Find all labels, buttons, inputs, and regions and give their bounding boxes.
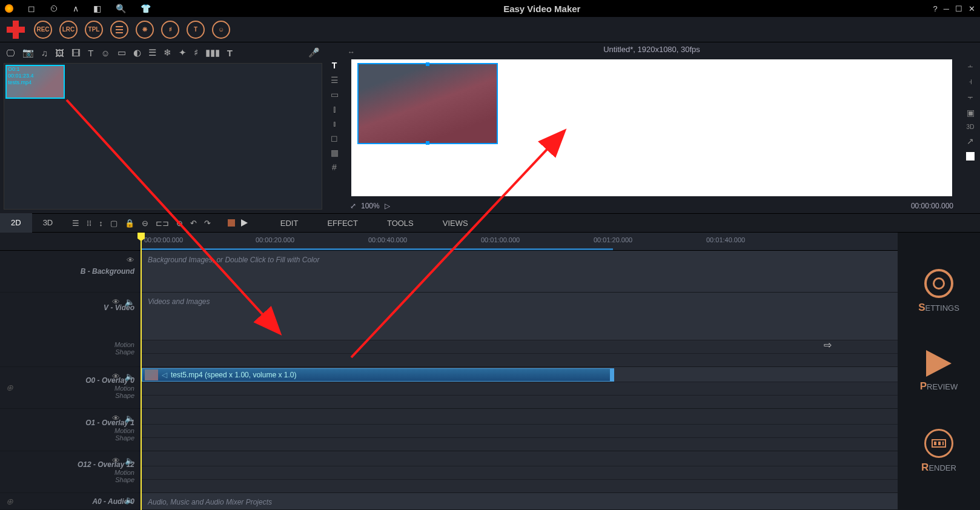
timeline-ruler[interactable]: 00:00:00.000 00:00:20.000 00:00:40.000 0… bbox=[0, 233, 898, 251]
list2-icon[interactable]: ☰ bbox=[148, 47, 156, 58]
updown-icon[interactable]: ↕ bbox=[99, 219, 103, 228]
snow-icon[interactable]: ❄ bbox=[164, 47, 171, 58]
add-track-icon[interactable]: ⊕ bbox=[6, 497, 13, 506]
text-icon[interactable]: T bbox=[88, 48, 93, 58]
tpl-button[interactable]: TPL bbox=[85, 21, 103, 39]
visibility-icon[interactable]: 👁 bbox=[112, 372, 120, 381]
bars-icon[interactable]: ▮▮▮ bbox=[205, 47, 220, 58]
shirt-icon[interactable]: 👕 bbox=[141, 4, 151, 13]
minimize-icon[interactable]: ─ bbox=[944, 4, 949, 13]
mic-icon[interactable]: 🎤 bbox=[308, 47, 320, 58]
grid-view-icon[interactable]: ⁞⁞ bbox=[87, 219, 91, 228]
camera-icon[interactable]: 📷 bbox=[22, 47, 34, 58]
align-h-icon[interactable]: ⫞ bbox=[968, 76, 973, 86]
visibility-icon[interactable]: 👁 bbox=[112, 456, 120, 465]
mute-icon[interactable]: 🔈 bbox=[125, 495, 134, 505]
preview-canvas[interactable] bbox=[351, 59, 952, 196]
mute-icon[interactable]: 🔈 bbox=[125, 372, 134, 381]
undo-icon[interactable]: ↶ bbox=[190, 219, 197, 228]
playhead[interactable] bbox=[141, 233, 142, 510]
tab-2d[interactable]: 2D bbox=[0, 213, 32, 233]
box-icon[interactable]: ▣ bbox=[967, 108, 975, 118]
add-media-button[interactable] bbox=[5, 19, 27, 41]
close-icon[interactable]: ✕ bbox=[968, 4, 975, 13]
stats-icon[interactable]: ⫾ bbox=[333, 119, 337, 128]
crop-icon[interactable]: ◻ bbox=[331, 133, 338, 143]
music-icon[interactable]: ♫ bbox=[41, 48, 48, 58]
expand-timeline-icon[interactable]: ⇨ bbox=[824, 339, 832, 351]
play-button[interactable] bbox=[241, 219, 248, 227]
track-body-overlay-1[interactable] bbox=[141, 409, 898, 450]
mute-icon[interactable]: 🔈 bbox=[125, 414, 134, 423]
menu-effect[interactable]: EFFECT bbox=[327, 219, 358, 228]
timeline-clip[interactable]: ◁ test5.mp4 (speed x 1.00, volume x 1.0) bbox=[142, 368, 614, 382]
color-swatch[interactable] bbox=[966, 152, 975, 161]
text-style-button[interactable]: T bbox=[187, 21, 205, 39]
pen-icon[interactable]: ∧ bbox=[73, 4, 79, 13]
flower-button[interactable]: ❋ bbox=[136, 21, 154, 39]
list-view-icon[interactable]: ☰ bbox=[72, 219, 79, 228]
image-icon[interactable]: 🖼 bbox=[55, 48, 64, 58]
contrast-icon[interactable]: ◧ bbox=[93, 4, 101, 13]
tune-icon[interactable]: ♯ bbox=[194, 47, 198, 58]
lrc-button[interactable]: LRC bbox=[59, 21, 78, 39]
menu-views[interactable]: VIEWS bbox=[443, 219, 468, 228]
track-body-video[interactable]: Videos and Images bbox=[141, 293, 898, 366]
expand-icon[interactable]: ⤢ bbox=[350, 202, 356, 210]
text-tool-icon[interactable]: T bbox=[332, 61, 337, 70]
settings-button[interactable]: SETTINGS bbox=[918, 269, 959, 314]
track-body-audio-0[interactable]: Audio, Music and Audio Mixer Projects bbox=[141, 493, 898, 509]
filmstrip-icon[interactable]: 🎞 bbox=[71, 48, 81, 58]
add-track-icon[interactable]: ⊕ bbox=[6, 383, 13, 392]
emoji-icon[interactable]: ☺ bbox=[101, 48, 110, 58]
puzzle-icon[interactable]: ✦ bbox=[179, 47, 187, 58]
track-body-overlay-12[interactable] bbox=[141, 451, 898, 492]
zoomin-icon[interactable]: ⊕ bbox=[176, 219, 183, 228]
search-icon[interactable]: 🔍 bbox=[116, 4, 126, 13]
stop-button[interactable] bbox=[228, 219, 235, 227]
tab-3d[interactable]: 3D bbox=[32, 213, 64, 233]
lock-icon[interactable]: 🔒 bbox=[125, 219, 134, 228]
user-button[interactable]: ☺ bbox=[212, 21, 230, 39]
clip-trim-handle[interactable] bbox=[610, 369, 614, 381]
list-button[interactable] bbox=[110, 21, 128, 39]
rec-button[interactable]: REC bbox=[34, 21, 52, 39]
render-button[interactable]: RENDER bbox=[921, 429, 956, 474]
frame-icon[interactable]: ▢ bbox=[110, 219, 118, 228]
preview-play-icon[interactable]: ▷ bbox=[385, 202, 390, 210]
maximize-icon[interactable]: ☐ bbox=[955, 4, 962, 13]
grid2-icon[interactable]: # bbox=[332, 162, 337, 172]
visibility-icon[interactable]: 👁 bbox=[127, 256, 134, 265]
media-thumbnail[interactable]: O0:1 00:01:23.4 tests.mp4 bbox=[5, 65, 65, 99]
align-v-icon[interactable]: ⫟ bbox=[966, 92, 975, 102]
preview-clip-frame[interactable] bbox=[357, 63, 498, 144]
help-icon[interactable]: ? bbox=[933, 4, 938, 13]
resize-handle-icon[interactable]: ↔ bbox=[348, 45, 355, 59]
media-bin[interactable]: O0:1 00:01:23.4 tests.mp4 bbox=[4, 63, 322, 210]
circle-half-icon[interactable]: ◐ bbox=[133, 47, 141, 58]
zoomout-icon[interactable]: ⊖ bbox=[142, 219, 148, 228]
redo-icon[interactable]: ↷ bbox=[204, 219, 211, 228]
layers-icon[interactable]: ▭ bbox=[331, 90, 339, 99]
align-icon[interactable]: ☰ bbox=[331, 75, 339, 85]
mute-icon[interactable]: 🔈 bbox=[125, 297, 134, 306]
bookmark-icon[interactable]: ◻ bbox=[28, 4, 35, 13]
track-body-overlay-0[interactable]: ◁ test5.mp4 (speed x 1.00, volume x 1.0) bbox=[141, 367, 898, 408]
battery-icon[interactable]: ▭ bbox=[118, 47, 126, 58]
threed-icon[interactable]: 3D bbox=[967, 124, 975, 130]
menu-edit[interactable]: EDIT bbox=[280, 219, 299, 228]
move-icon[interactable]: ↗ bbox=[967, 136, 974, 146]
marker-icon[interactable]: ⏲ bbox=[50, 4, 58, 13]
visibility-icon[interactable]: 👁 bbox=[112, 297, 120, 306]
bigtext-icon[interactable]: T bbox=[227, 48, 233, 58]
track-body-background[interactable]: Background Images, or Double Click to Fi… bbox=[141, 251, 898, 292]
menu-tools[interactable]: TOOLS bbox=[387, 219, 414, 228]
chart-icon[interactable]: ⫿ bbox=[333, 104, 337, 114]
screen-icon[interactable]: 🖵 bbox=[6, 48, 15, 58]
fit-icon[interactable]: ⊏⊐ bbox=[156, 219, 169, 228]
mute-icon[interactable]: 🔈 bbox=[125, 456, 134, 465]
snap-icon[interactable]: ⫠ bbox=[966, 61, 975, 70]
preview-button[interactable]: PREVIEW bbox=[920, 350, 958, 392]
grid-icon[interactable]: ▦ bbox=[331, 148, 339, 157]
visibility-icon[interactable]: 👁 bbox=[112, 414, 120, 423]
